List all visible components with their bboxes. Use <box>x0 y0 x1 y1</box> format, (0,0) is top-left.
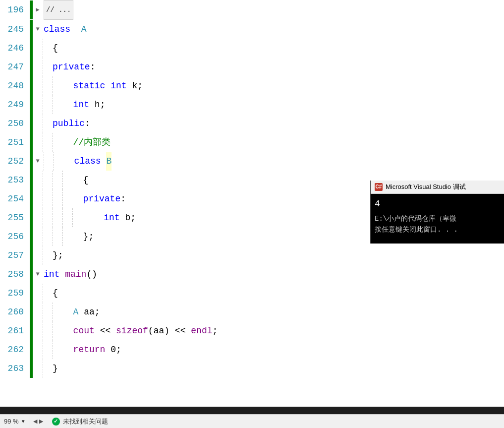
line-number-254: 254 <box>0 189 30 208</box>
line-number-256: 256 <box>0 227 30 246</box>
line-number-263: 263 <box>0 359 30 378</box>
code-content-249: int h; <box>41 95 504 114</box>
green-bar-261 <box>30 321 33 340</box>
code-content-260: A aa; <box>41 303 504 321</box>
green-bar-247 <box>30 58 33 76</box>
line-number-255: 255 <box>0 208 30 227</box>
line-number-246: 246 <box>0 39 30 58</box>
code-content-246: { <box>41 39 504 58</box>
code-content-251: //内部类 <box>41 133 504 152</box>
code-line-248: 248 static int k; <box>0 76 504 95</box>
green-bar-257 <box>30 246 33 265</box>
code-content-248: static int k; <box>41 76 504 95</box>
code-line-196: 196 ▶ // ... <box>0 0 504 20</box>
console-output-number: 4 <box>375 197 500 211</box>
code-line-252: 252 ▼ class B <box>0 152 504 171</box>
problems-text: 未找到相关问题 <box>63 417 108 426</box>
green-bar-246 <box>30 39 33 58</box>
scroll-right-btn[interactable]: ▶ <box>39 418 43 425</box>
code-line-251: 251 //内部类 <box>0 133 504 152</box>
console-overlay: C# Microsoft Visual Studio 调试 4 E:\小卢的代码… <box>370 181 504 244</box>
code-line-262: 262 return 0; <box>0 340 504 359</box>
code-line-245: 245 ▼ class A <box>0 20 504 39</box>
line-number-196: 196 <box>0 0 30 19</box>
green-bar-259 <box>30 284 33 303</box>
console-titlebar: C# Microsoft Visual Studio 调试 <box>371 181 504 194</box>
line-number-261: 261 <box>0 321 30 340</box>
code-content-247: private: <box>41 58 504 76</box>
collapse-icon-258[interactable]: ▼ <box>34 270 42 278</box>
collapse-icon-245[interactable]: ▼ <box>34 25 42 33</box>
code-content-261: cout << sizeof(aa) << endl; <box>41 321 504 340</box>
line-number-259: 259 <box>0 284 30 303</box>
scroll-left-btn[interactable]: ◀ <box>33 418 37 425</box>
code-line-257: 257 }; <box>0 246 504 265</box>
line-number-252: 252 <box>0 152 30 171</box>
code-line-261: 261 cout << sizeof(aa) << endl; <box>0 321 504 340</box>
zoom-value: 99 % <box>4 418 19 425</box>
line-number-260: 260 <box>0 303 30 321</box>
console-prompt: 按任意键关闭此窗口. . . <box>375 224 500 235</box>
console-output-path: E:\小卢的代码仓库（卑微 <box>375 213 500 224</box>
code-line-247: 247 private: <box>0 58 504 76</box>
code-line-263: 263 } <box>0 359 504 378</box>
green-bar-248 <box>30 76 33 95</box>
green-bar-260 <box>30 303 33 321</box>
line-number-245: 245 <box>0 20 30 39</box>
code-line-258: 258 ▼ int main() <box>0 265 504 284</box>
line-number-253: 253 <box>0 171 30 189</box>
code-line-260: 260 A aa; <box>0 303 504 321</box>
console-icon: C# <box>375 183 383 191</box>
console-body: 4 E:\小卢的代码仓库（卑微 按任意键关闭此窗口. . . <box>371 194 504 244</box>
green-bar-249 <box>30 95 33 114</box>
green-bar-254 <box>30 189 33 208</box>
code-content-262: return 0; <box>41 340 504 359</box>
green-bar-258 <box>30 265 33 284</box>
zoom-dropdown-icon[interactable]: ▼ <box>21 419 26 424</box>
code-content-250: public: <box>41 114 504 133</box>
green-bar-256 <box>30 227 33 246</box>
green-bar-262 <box>30 340 33 359</box>
green-bar-245 <box>30 20 33 39</box>
code-content-245: class A <box>42 20 504 39</box>
code-content-257: }; <box>41 246 504 265</box>
code-content-259: { <box>41 284 504 303</box>
code-content-196: // ... <box>42 0 504 20</box>
line-number-251: 251 <box>0 133 30 152</box>
code-content-252: class B <box>42 152 504 171</box>
editor-area: 196 ▶ // ... 245 ▼ class A 246 { <box>0 0 504 407</box>
collapse-icon-252[interactable]: ▼ <box>34 157 42 165</box>
code-line-259: 259 { <box>0 284 504 303</box>
code-content-263: } <box>41 359 504 378</box>
green-bar-253 <box>30 171 33 189</box>
code-line-249: 249 int h; <box>0 95 504 114</box>
line-number-257: 257 <box>0 246 30 265</box>
line-number-248: 248 <box>0 76 30 95</box>
green-bar-255 <box>30 208 33 227</box>
check-circle-icon: ✓ <box>52 418 60 426</box>
green-bar-251 <box>30 133 33 152</box>
zoom-control[interactable]: 99 % ▼ <box>0 415 30 428</box>
green-bar-196 <box>30 0 33 19</box>
line-number-262: 262 <box>0 340 30 359</box>
code-content-258: int main() <box>42 265 504 284</box>
line-number-247: 247 <box>0 58 30 76</box>
collapse-icon-196[interactable]: ▶ <box>34 6 42 14</box>
green-bar-263 <box>30 359 33 378</box>
code-line-250: 250 public: <box>0 114 504 133</box>
status-bar: 99 % ▼ ◀ ▶ ✓ 未找到相关问题 <box>0 414 504 428</box>
line-number-249: 249 <box>0 95 30 114</box>
green-bar-250 <box>30 114 33 133</box>
console-title: Microsoft Visual Studio 调试 <box>386 183 466 191</box>
line-number-250: 250 <box>0 114 30 133</box>
green-bar-252 <box>30 152 33 171</box>
code-line-246: 246 { <box>0 39 504 58</box>
line-number-258: 258 <box>0 265 30 284</box>
